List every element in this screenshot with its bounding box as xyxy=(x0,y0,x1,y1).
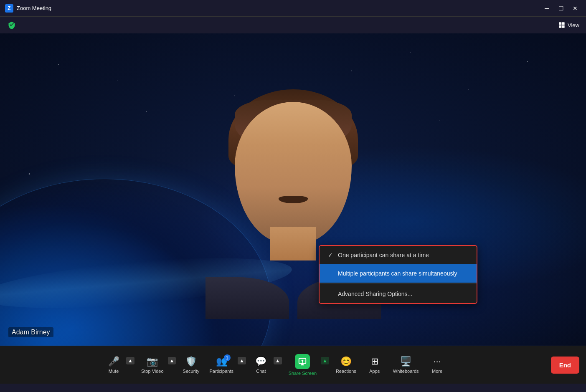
mute-label: Mute xyxy=(109,369,119,374)
participant-video xyxy=(0,33,586,346)
participants-button[interactable]: 👥 1 Participants xyxy=(205,353,237,377)
mute-group: 🎤 Mute ▲ xyxy=(101,353,135,377)
apps-label: Apps xyxy=(369,369,380,374)
face xyxy=(235,102,352,244)
shoulder-left xyxy=(205,277,289,319)
end-button[interactable]: End xyxy=(551,357,579,374)
share-screen-popup: ✓ One participant can share at a time Mu… xyxy=(319,245,477,304)
whiteboards-label: Whiteboards xyxy=(393,369,419,374)
svg-rect-0 xyxy=(559,22,561,25)
maximize-button[interactable]: ☐ xyxy=(555,3,567,14)
reactions-button[interactable]: 😊 Reactions xyxy=(332,353,360,377)
share-multiple-participants-option[interactable]: Multiple participants can share simultan… xyxy=(320,264,477,283)
participants-icon-wrapper: 👥 1 xyxy=(216,356,227,367)
participant-name-label: Adam Birney xyxy=(8,327,53,337)
chat-label: Chat xyxy=(256,369,266,374)
share-screen-label: Share Screen xyxy=(289,371,317,376)
microphone-icon: 🎤 xyxy=(108,356,119,367)
share-one-label: One participant can share at a time xyxy=(338,252,429,258)
more-label: More xyxy=(432,369,442,374)
mute-chevron[interactable]: ▲ xyxy=(126,354,135,368)
top-strip: View xyxy=(0,17,586,33)
check-icon: ✓ xyxy=(327,252,334,258)
security-button[interactable]: 🛡️ Security xyxy=(178,353,203,377)
stop-video-button[interactable]: 📷 Stop Video xyxy=(137,353,168,377)
chat-button[interactable]: 💬 Chat xyxy=(249,353,274,377)
more-icon: ··· xyxy=(433,356,441,367)
chat-chevron[interactable]: ▲ xyxy=(274,354,283,368)
video-chevron[interactable]: ▲ xyxy=(168,354,177,368)
security-label: Security xyxy=(183,369,200,374)
share-screen-icon-box xyxy=(295,354,310,369)
participants-chevron[interactable]: ▲ xyxy=(238,354,247,368)
chevron-up-icon: ▲ xyxy=(126,357,134,364)
security-shield-icon xyxy=(7,20,17,30)
neck xyxy=(270,227,316,260)
toolbar-center: 🎤 Mute ▲ 📷 Stop Video ▲ 🛡️ Security xyxy=(7,351,544,379)
minimize-button[interactable]: ─ xyxy=(541,3,553,14)
view-button[interactable]: View xyxy=(558,22,579,28)
advanced-sharing-option[interactable]: Advanced Sharing Options... xyxy=(320,285,477,303)
svg-rect-3 xyxy=(562,25,565,28)
close-button[interactable]: ✕ xyxy=(569,3,581,14)
apps-icon: ⊞ xyxy=(371,356,378,367)
svg-rect-1 xyxy=(562,22,565,25)
view-label: View xyxy=(568,22,579,28)
shield-icon: 🛡️ xyxy=(185,356,197,367)
window-title: Zoom Meeting xyxy=(17,5,51,11)
participants-count-badge: 1 xyxy=(224,354,231,361)
advanced-sharing-label: Advanced Sharing Options... xyxy=(338,291,412,297)
popup-divider xyxy=(320,283,477,284)
share-screen-group: Share Screen ▲ xyxy=(284,351,330,379)
whiteboards-button[interactable]: 🖥️ Whiteboards xyxy=(389,353,423,377)
reactions-label: Reactions xyxy=(336,369,356,374)
share-one-participant-option[interactable]: ✓ One participant can share at a time xyxy=(320,246,477,264)
share-screen-button[interactable]: Share Screen xyxy=(284,351,321,379)
chat-icon: 💬 xyxy=(255,356,266,367)
more-button[interactable]: ··· More xyxy=(425,353,450,377)
video-area: Adam Birney ✓ One participant can share … xyxy=(0,33,586,346)
stop-video-label: Stop Video xyxy=(141,369,164,374)
share-multiple-label: Multiple participants can share simultan… xyxy=(338,270,457,277)
stop-video-group: 📷 Stop Video ▲ xyxy=(137,353,177,377)
reactions-icon: 😊 xyxy=(340,356,352,367)
title-bar-controls: ─ ☐ ✕ xyxy=(541,3,581,14)
chat-group: 💬 Chat ▲ xyxy=(249,353,283,377)
chevron-up-icon-4: ▲ xyxy=(274,357,282,364)
chevron-up-icon-2: ▲ xyxy=(168,357,176,364)
mute-button[interactable]: 🎤 Mute xyxy=(101,353,126,377)
svg-rect-2 xyxy=(559,25,561,28)
title-bar: Z Zoom Meeting ─ ☐ ✕ xyxy=(0,0,586,17)
participants-label: Participants xyxy=(209,369,233,374)
apps-button[interactable]: ⊞ Apps xyxy=(362,353,387,377)
participants-group: 👥 1 Participants ▲ xyxy=(205,353,246,377)
share-chevron[interactable]: ▲ xyxy=(321,354,330,368)
whiteboards-icon: 🖥️ xyxy=(400,356,411,367)
title-bar-left: Z Zoom Meeting xyxy=(5,4,51,13)
zoom-icon: Z xyxy=(5,4,13,13)
share-chevron-icon: ▲ xyxy=(321,357,329,364)
toolbar-right: End xyxy=(544,357,579,374)
chevron-up-icon-3: ▲ xyxy=(238,357,246,364)
video-camera-icon: 📷 xyxy=(147,356,158,367)
toolbar: 🎤 Mute ▲ 📷 Stop Video ▲ 🛡️ Security xyxy=(0,346,586,384)
